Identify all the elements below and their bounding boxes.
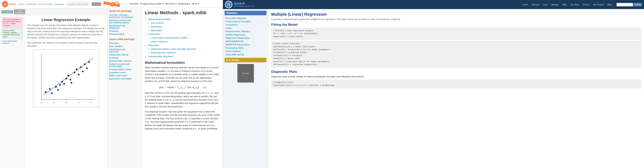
toc-loss[interactable]: Loss functions [151, 22, 164, 24]
search-button[interactable]: Search [92, 2, 101, 6]
quickr-nav-interface[interactable]: Interface [530, 3, 542, 6]
quickr-body: Statistics Descriptive Statistics Freque… [223, 9, 644, 168]
toc-math[interactable]: Mathematical formulation [148, 18, 171, 20]
svg-point-24 [68, 75, 69, 76]
sidebar-power[interactable]: Power Analysis [224, 50, 266, 53]
spark-nav-prog[interactable]: Programming Guides ▾ [140, 2, 164, 5]
quickr-nav-manage[interactable]: Manage [550, 3, 560, 6]
toc-impl[interactable]: Implementation (developer) [148, 55, 174, 58]
spark-link-overview[interactable]: Overview: estimators, transformers and p… [109, 14, 140, 18]
spark-link-collab[interactable]: Collaborative filtering [109, 54, 140, 56]
spark-nav-overview[interactable]: Overview [129, 2, 139, 5]
toc-svm[interactable]: Linear Support Vector Machines (SVMs) [151, 37, 188, 39]
toc-reg[interactable]: Regularizers [151, 26, 162, 28]
spark-section1-title: Mathematical formulation [145, 61, 220, 64]
spark-link-clustering[interactable]: Clustering [109, 30, 140, 32]
sidebar-desc-stats[interactable]: Descriptive Statistics [224, 16, 266, 20]
sidebar-nonpar[interactable]: Nonparametric Statistics [224, 30, 266, 33]
svg-text:0.1: 0.1 [78, 102, 80, 104]
nav-installation[interactable]: Installation [26, 3, 37, 5]
spark-link-classreg[interactable]: Classification and regression [109, 48, 140, 53]
spark-link-pmml[interactable]: PMML model export [109, 74, 140, 77]
sidebar-link-linear-regression[interactable]: Linear Regression Example [1, 40, 23, 44]
quickr-code1: # Multiple Linear Regression Example fit… [271, 28, 641, 40]
nav-home[interactable]: Home [18, 3, 24, 5]
spark-nav: Overview Programming Guides ▾ API Docs ▾… [129, 2, 199, 5]
toc-opt[interactable]: Optimization [151, 29, 162, 32]
spark-pkg2-title: spark.mllib package [109, 38, 140, 41]
svg-point-20 [59, 84, 61, 86]
spark-nav-api[interactable]: API Docs ▾ [165, 2, 177, 5]
sidebar-corr[interactable]: Correlations [224, 23, 266, 26]
sidebar-multreg[interactable]: Multiple Regression [224, 33, 266, 36]
svg-text:-0.1: -0.1 [52, 102, 55, 104]
sklearn-body: This documentation is for scikit-learn v… [0, 15, 107, 168]
sidebar-manova-assump[interactable]: (M)ANOVA Assumptions [224, 43, 266, 46]
svg-point-15 [45, 91, 46, 93]
sklearn-logo-icon: sk [2, 1, 8, 8]
quickr-search: Search [616, 3, 642, 6]
prev-button[interactable]: Previous [2, 10, 13, 14]
toc-lasso[interactable]: Linear least squares, Lasso, and ridge r… [151, 48, 196, 50]
spark-link-dimred[interactable]: Dimensionality reduction [109, 60, 140, 62]
spark-link-advanced[interactable]: Advanced topics [109, 33, 140, 36]
spark-link-optdev[interactable]: Optimization (developer) [109, 78, 140, 80]
quickr-search-button[interactable]: Search [634, 3, 642, 6]
nav-examples[interactable]: Examples [54, 3, 64, 5]
sklearn-nav: Home Installation Documentation Examples [18, 3, 64, 5]
svg-text:R: R [228, 4, 230, 6]
sidebar-regdiag[interactable]: Regression Diagnostics [224, 36, 266, 40]
spark-link-featext[interactable]: Feature extraction and transformation [109, 63, 140, 68]
spark-version: 1.6.1 [122, 3, 127, 5]
spark-formula: f(w) := λR(w) + 1/n Σi=1n L(w; xi, yi). … [145, 85, 220, 89]
spark-body: spark.ml package Overview: estimators, t… [107, 8, 223, 168]
spark-nav-more[interactable]: More ▾ [192, 2, 199, 5]
quickr-nav-blog[interactable]: Blog [606, 3, 613, 6]
sklearn-desc2: The coefficients, the residual sum of sq… [27, 41, 105, 48]
spark-link-basicstats[interactable]: Basic statistics [109, 45, 140, 48]
quickr-section2-text: Diagnostic plots provide checks for hete… [271, 75, 641, 78]
r-action-image-container: R in Action [224, 63, 266, 84]
svg-line-14 [44, 58, 93, 95]
sidebar-resamp[interactable]: Resampling Stats [224, 46, 266, 50]
sidebar-anova[interactable]: ANOVA/MANOVA [224, 40, 266, 43]
panel-spark: Spark 1.6.1 Overview Programming Guides … [107, 0, 223, 168]
toc-class[interactable]: Classification [148, 33, 160, 35]
svg-point-26 [74, 72, 75, 73]
quickr-nav-input[interactable]: Input [542, 3, 550, 6]
quickr-nav-stats[interactable]: Stats [560, 3, 569, 6]
spark-link-datatypes[interactable]: Data types [109, 42, 140, 44]
quickr-nav-advgraphs[interactable]: Adv Graphs [591, 3, 606, 6]
quickr-subtitle: R provides comprehensive support for mul… [271, 18, 641, 20]
quickr-sidebar-raction: R in Action [224, 58, 266, 62]
spark-link-freqpat[interactable]: Frequent pattern mining [109, 68, 140, 71]
quickr-nav-advstats[interactable]: Adv Stats [569, 3, 581, 6]
svg-text:0.2: 0.2 [90, 102, 92, 104]
svg-text:0.0: 0.0 [65, 102, 68, 104]
sidebar-freq[interactable]: Frequencies & Crosstabs [224, 20, 266, 23]
spark-content: Linear Methods - spark.mllib Mathematica… [142, 8, 223, 168]
search-input[interactable] [67, 2, 92, 6]
sidebar-ttests[interactable]: t-tests [224, 26, 266, 30]
quickr-nav-graphs[interactable]: Graphs [581, 3, 591, 6]
svg-text:sk: sk [4, 3, 6, 5]
svg-point-21 [61, 81, 63, 82]
sklearn-desc1: This example uses the only the first fea… [27, 24, 105, 39]
nav-documentation[interactable]: Documentation [38, 3, 53, 5]
quickr-code2: # Other useful functions coefficients(fi… [271, 41, 641, 68]
up-button[interactable]: UpExamples [14, 9, 26, 14]
toc-streaming[interactable]: Streaming linear regression [151, 52, 176, 54]
toc-regression[interactable]: Regression [148, 44, 159, 46]
svg-point-30 [84, 63, 86, 65]
spark-link-extracting[interactable]: Extracting, transforming and selecting f… [109, 19, 140, 24]
spark-link-clustering2[interactable]: Clustering [109, 56, 140, 59]
quickr-search-input[interactable] [616, 3, 633, 6]
sklearn-info: If you use the software, please consider… [2, 28, 22, 39]
spark-nav-deploy[interactable]: Deploying ▾ [178, 2, 190, 5]
toc-logistic[interactable]: Logistic regression [151, 40, 168, 43]
panel-quickr: R Quick-R accessing the power of R Home … [223, 0, 644, 168]
spark-link-classification[interactable]: Classification and Regression [109, 24, 140, 29]
quickr-nav-home[interactable]: Home [521, 3, 530, 6]
sidebar-using[interactable]: Using With and By [224, 53, 266, 56]
spark-link-evalmet[interactable]: Evaluation metrics [109, 71, 140, 74]
